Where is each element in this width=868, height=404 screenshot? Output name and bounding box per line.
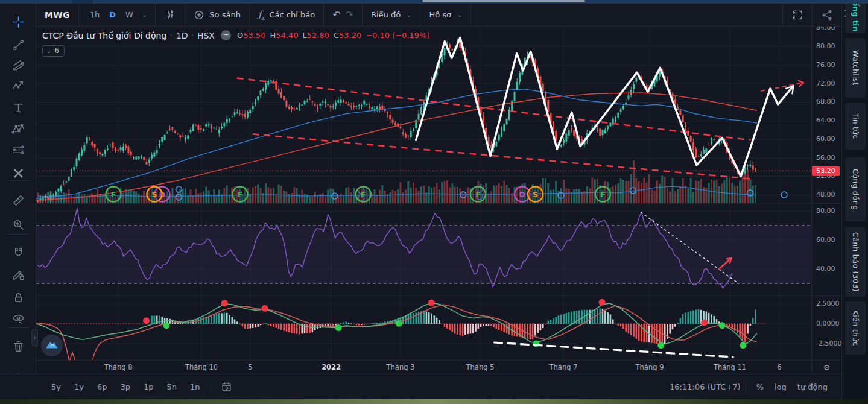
divider [212,381,212,393]
top-strip-dark-seg [72,0,93,4]
svg-text:F: F [475,190,481,199]
eye-tool-icon[interactable] [8,308,28,327]
percent-scale-button[interactable]: % [751,380,769,394]
redo-icon[interactable]: ↷ [346,9,353,21]
chart-style-button[interactable] [156,4,185,26]
high-label: H [270,31,276,40]
indicator-count: 6 [54,46,59,55]
range-3p[interactable]: 3p [115,380,135,394]
axis-settings-corner[interactable]: ⚙ [811,360,841,374]
open-label: O [237,31,243,40]
time-axis-label: Tháng 9 [636,363,664,371]
chart-menu-button[interactable]: Biểu đồ ⌄ [363,4,421,26]
sidebar-tab-watchlist[interactable]: Watchlist [845,38,866,98]
svg-text:D: D [519,190,525,199]
bottom-toolbar: 5y1y6p3p1p5n1n 16:11:06 (UTC+7) % log tự… [0,374,841,399]
instrument-name[interactable]: CTCP Đầu tư Thế giới Di động [42,31,166,40]
indicator-collapse-button[interactable]: ⌄ 6 [42,45,65,57]
fib-lines-tool-icon[interactable] [8,55,28,74]
sidebar-tab-tin-t-c[interactable]: Tin tức [845,103,866,150]
plus-circle-icon [194,10,204,21]
trendline-tool-icon[interactable] [8,35,28,54]
time-axis-label: 5 [248,363,252,371]
price-axis[interactable]: 84.0080.0076.0072.0068.0064.0060.0056.00… [811,27,841,360]
axis-tick: 72.00 [816,80,835,87]
timeframe-1h[interactable]: 1h [87,9,103,21]
indicators-button[interactable]: ƒx Các chỉ báo [250,4,324,26]
range-1p[interactable]: 1p [139,380,159,394]
share-icon [821,9,833,21]
range-1n[interactable]: 1n [185,380,205,394]
sidebar-tab-label: Kiến thức [851,305,860,351]
ruler-tool-icon[interactable] [8,191,28,210]
axis-tick: 0.0000 [816,320,840,327]
axis-tick: 40.00 [816,265,835,273]
share-button[interactable] [813,4,841,26]
toolbar-divider [6,234,30,235]
profile-menu-label: Hồ sơ [429,10,451,19]
ohlc-readout: O53.50 H54.40 L52.80 C53.20 −0.10 (−0.19… [237,31,430,40]
padlock-tool-icon[interactable] [8,288,28,307]
zoom-in-tool-icon[interactable] [8,215,28,234]
sidebar-tab-c-ng-ng[interactable]: Cộng đồng [845,157,866,221]
pane-separator[interactable] [812,203,841,204]
text-tool-icon[interactable] [8,98,28,117]
crosshair-tool-icon[interactable] [8,12,28,31]
axis-tick: -2.5000 [816,339,841,347]
goto-date-button[interactable] [217,381,236,393]
toolbar-collapse-handle[interactable]: ‹ [31,329,38,346]
time-axis-label: Tháng 7 [550,363,578,371]
range-6p[interactable]: 6p [92,380,112,394]
high-value: 54.40 [276,31,298,40]
trading-app: ‹ MWG 1hDW⌄ So sánh ƒx Các chỉ báo ↶ ↷ [0,0,868,404]
sidebar-tab-label: Tin tức [851,108,860,144]
legend-separator: · [191,31,194,39]
sidebar-tab-c-nh-b-o-303-[interactable]: Cảnh báo (303) [845,227,866,297]
svg-text:F: F [600,190,606,199]
pane-separator[interactable] [812,295,841,296]
range-5y[interactable]: 5y [46,380,66,394]
hide-legend-button[interactable]: − [221,30,231,40]
auto-scale-button[interactable]: tự động [792,380,833,394]
magnet-tool-icon[interactable] [8,244,28,263]
time-axis-label: Tháng 8 [104,363,133,371]
sidebar-tab-label: Cộng đồng [851,164,860,215]
log-scale-button[interactable]: log [769,380,792,394]
compare-button[interactable]: So sánh [185,4,250,26]
timeframe-w[interactable]: W [123,9,136,21]
svg-text:F: F [111,190,116,199]
svg-text:S: S [533,190,538,199]
chevron-down-icon[interactable]: ⌄ [142,11,147,18]
fullscreen-icon [791,9,803,21]
range-5n[interactable]: 5n [162,380,182,394]
time-axis[interactable]: Tháng 8Tháng 1052022Tháng 3Tháng 5Tháng … [36,360,811,374]
browser-top-strip [0,0,868,4]
sidebar-drag-dots[interactable]: •• [844,8,846,19]
sidebar-tab-ki-n-th-c[interactable]: Kiến thức [845,301,866,355]
profile-menu-button[interactable]: Hồ sơ ⌄ [420,4,471,26]
xabcd-pattern-tool-icon[interactable] [8,119,28,138]
gear-icon[interactable]: ⚙ [823,363,831,372]
clock-label[interactable]: 16:11:06 (UTC+7) [670,382,741,391]
low-value: 52.80 [307,31,329,40]
undo-redo-group: ↶ ↷ [324,4,363,26]
axis-tick: 48.00 [816,191,835,198]
axis-tick: 80.00 [816,42,835,50]
sidebar-tab-label: ổng tin [851,0,860,37]
legend-separator: · [170,31,173,39]
undo-icon[interactable]: ↶ [332,9,340,21]
symbol-button[interactable]: MWG [36,4,79,26]
range-1y[interactable]: 1y [69,380,89,394]
pencil-lock-tool-icon[interactable] [8,265,28,284]
change-value: −0.10 (−0.19%) [366,31,429,40]
price-chart-canvas[interactable]: FDSFFFDSF [36,27,811,360]
chart-area[interactable]: FDSFFFDSF CTCP Đầu tư Thế giới Di động ·… [36,27,811,360]
timeframe-d[interactable]: D [107,9,118,21]
trash-tool-icon[interactable] [8,336,28,356]
sidebar-tab--ng-tin[interactable]: ổng tin [845,0,866,33]
parallel-lines-tool-icon[interactable] [8,140,28,159]
calendar-goto-icon [221,381,232,393]
time-axis-label: Tháng 10 [185,363,218,371]
path-arrow-tool-icon[interactable] [8,75,28,95]
fullscreen-button[interactable] [782,4,813,26]
